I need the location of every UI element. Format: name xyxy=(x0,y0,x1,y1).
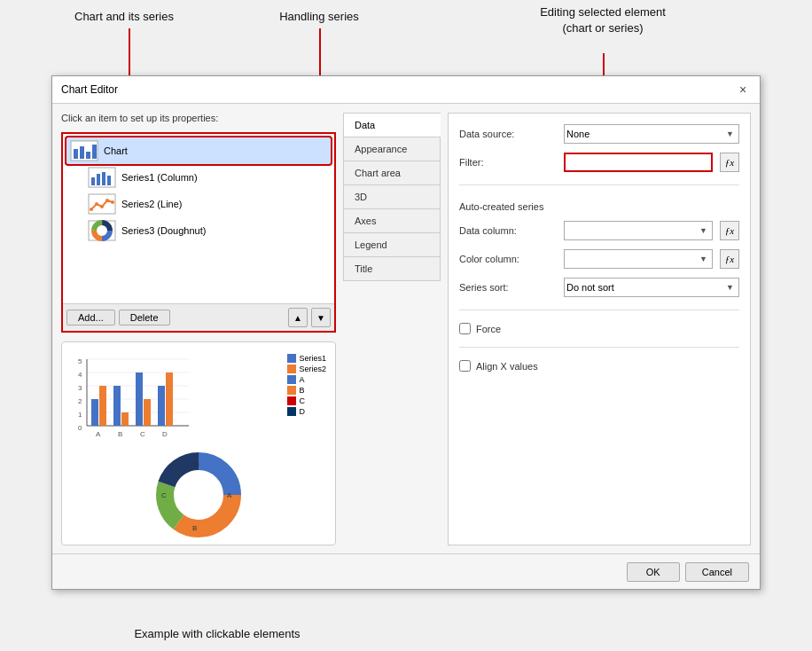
cancel-button[interactable]: Cancel xyxy=(685,562,749,582)
series-sort-select-wrapper: Do not sort Ascending Descending xyxy=(564,278,739,297)
auto-created-label: Auto-created series xyxy=(459,201,739,212)
move-down-button[interactable]: ▼ xyxy=(311,308,331,327)
svg-point-11 xyxy=(90,208,93,211)
data-source-row: Data source: None xyxy=(459,124,739,144)
filter-row: Filter: ƒx xyxy=(459,153,739,172)
data-source-select[interactable]: None xyxy=(564,124,739,144)
svg-text:0: 0 xyxy=(78,424,82,432)
svg-text:A: A xyxy=(227,491,232,499)
tab-appearance[interactable]: Appearance xyxy=(343,137,441,161)
dialog-footer: OK Cancel xyxy=(52,553,760,589)
svg-text:4: 4 xyxy=(78,371,82,379)
data-source-select-wrapper: None xyxy=(564,124,739,144)
svg-rect-37 xyxy=(99,386,106,426)
tab-title[interactable]: Title xyxy=(343,256,441,281)
series-item-series3[interactable]: Series3 (Doughnut) xyxy=(66,217,331,244)
tab-chart-area[interactable]: Chart area xyxy=(343,161,441,184)
svg-point-13 xyxy=(100,205,104,208)
series-list: Chart Series1 xyxy=(63,134,334,303)
data-column-label: Data column: xyxy=(459,225,557,236)
filter-input[interactable] xyxy=(564,153,713,172)
svg-text:B: B xyxy=(192,524,197,532)
svg-rect-2 xyxy=(80,146,84,159)
series1-icon xyxy=(88,167,116,188)
svg-rect-3 xyxy=(86,152,90,159)
align-x-checkbox[interactable] xyxy=(459,360,471,372)
series-label-series2: Series2 (Line) xyxy=(121,199,182,209)
force-label[interactable]: Force xyxy=(476,324,501,334)
annotation-line-1 xyxy=(129,28,130,77)
svg-rect-4 xyxy=(92,145,97,159)
svg-rect-6 xyxy=(91,177,95,185)
svg-rect-9 xyxy=(107,176,111,185)
ok-button[interactable]: OK xyxy=(627,562,680,582)
data-source-label: Data source: xyxy=(459,129,557,139)
svg-text:D: D xyxy=(194,460,199,468)
svg-text:5: 5 xyxy=(78,357,82,365)
data-column-select[interactable] xyxy=(564,221,713,240)
color-column-row: Color column: ƒx xyxy=(459,249,739,269)
annotation-chart-series: Chart and its series xyxy=(53,9,195,25)
color-column-select[interactable] xyxy=(564,249,713,269)
chart-editor-dialog: Chart Editor × Click an item to set up i… xyxy=(51,75,761,590)
series-sort-row: Series sort: Do not sort Ascending Desce… xyxy=(459,278,739,297)
svg-rect-8 xyxy=(102,172,105,185)
donut-chart-svg: D A B C xyxy=(145,449,252,542)
svg-text:3: 3 xyxy=(78,384,82,392)
filter-fx-button[interactable]: ƒx xyxy=(720,153,739,172)
divider-1 xyxy=(459,184,739,185)
move-up-button[interactable]: ▲ xyxy=(288,308,308,327)
svg-rect-40 xyxy=(136,373,143,426)
color-column-label: Color column: xyxy=(459,254,557,264)
svg-text:A: A xyxy=(96,430,101,438)
tab-data[interactable]: Data xyxy=(343,113,441,137)
series2-icon xyxy=(88,193,116,215)
color-column-fx-button[interactable]: ƒx xyxy=(720,249,739,269)
legend: Series1 Series2 A B C D xyxy=(287,354,326,416)
dialog-body: Click an item to set up its properties: xyxy=(52,104,760,554)
tab-axes[interactable]: Axes xyxy=(343,208,441,232)
svg-text:1: 1 xyxy=(78,411,82,419)
series-label-series1: Series1 (Column) xyxy=(121,172,198,183)
annotation-example: Example with clickable elements xyxy=(115,626,319,642)
svg-rect-42 xyxy=(158,386,165,426)
series-item-series2[interactable]: Series2 (Line) xyxy=(66,191,331,217)
series-sort-select[interactable]: Do not sort Ascending Descending xyxy=(564,278,739,297)
svg-rect-41 xyxy=(144,399,151,426)
dialog-title-bar: Chart Editor × xyxy=(52,76,760,104)
series3-icon xyxy=(88,220,116,241)
left-panel: Click an item to set up its properties: xyxy=(61,113,336,545)
series-list-container: Chart Series1 xyxy=(61,132,336,333)
svg-text:2: 2 xyxy=(78,397,82,405)
filter-label: Filter: xyxy=(459,157,557,168)
svg-point-14 xyxy=(105,199,109,202)
svg-text:B: B xyxy=(118,430,122,438)
svg-text:D: D xyxy=(162,430,168,438)
series-item-chart[interactable]: Chart xyxy=(66,137,331,164)
svg-rect-1 xyxy=(74,149,78,159)
tab-3d[interactable]: 3D xyxy=(343,184,441,208)
tab-legend[interactable]: Legend xyxy=(343,232,441,256)
align-x-checkbox-row: Align X values xyxy=(459,360,739,372)
svg-rect-7 xyxy=(97,174,100,185)
series-controls: Add... Delete ▲ ▼ xyxy=(63,303,334,331)
tabs-panel: Data Appearance Chart area 3D Axes Legen… xyxy=(343,113,441,545)
series-label-chart: Chart xyxy=(104,145,128,156)
chart-icon xyxy=(70,140,98,161)
divider-3 xyxy=(459,347,739,348)
data-column-fx-button[interactable]: ƒx xyxy=(720,221,739,240)
annotation-editing-selected: Editing selected element(chart or series… xyxy=(514,4,691,36)
dialog-close-button[interactable]: × xyxy=(735,82,751,98)
svg-rect-43 xyxy=(166,373,173,426)
series-item-series1[interactable]: Series1 (Column) xyxy=(66,164,331,191)
delete-button[interactable]: Delete xyxy=(119,310,170,326)
series-sort-label: Series sort: xyxy=(459,282,557,293)
add-button[interactable]: Add... xyxy=(66,310,115,326)
svg-text:C: C xyxy=(140,430,145,438)
series-label-series3: Series3 (Doughnut) xyxy=(121,225,206,236)
svg-text:C: C xyxy=(161,491,167,499)
force-checkbox[interactable] xyxy=(459,323,471,334)
svg-point-12 xyxy=(95,202,98,206)
align-x-label[interactable]: Align X values xyxy=(476,361,538,372)
annotation-handling-series: Handling series xyxy=(262,9,377,25)
